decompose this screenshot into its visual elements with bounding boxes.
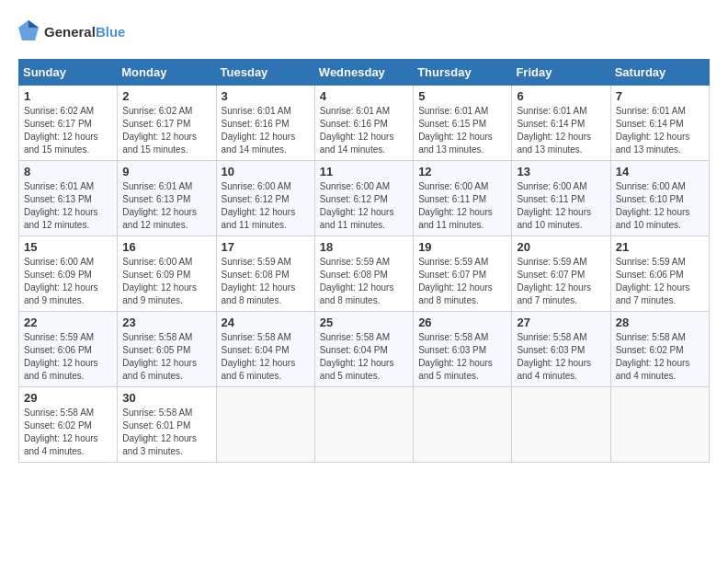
day-cell: 16 Sunrise: 6:00 AM Sunset: 6:09 PM Dayl… [118,236,216,312]
day-number: 29 [24,391,112,405]
day-cell: 11 Sunrise: 6:00 AM Sunset: 6:12 PM Dayl… [314,161,413,236]
day-cell: 8 Sunrise: 6:01 AM Sunset: 6:13 PM Dayli… [19,161,118,236]
day-number: 15 [24,240,112,254]
day-info: Sunrise: 5:59 AM Sunset: 6:08 PM Dayligh… [320,256,408,307]
day-cell: 26 Sunrise: 5:58 AM Sunset: 6:03 PM Dayl… [414,312,512,387]
day-number: 30 [122,391,210,405]
day-cell: 14 Sunrise: 6:00 AM Sunset: 6:10 PM Dayl… [610,161,709,236]
weekday-header-friday: Friday [512,60,610,86]
day-info: Sunrise: 6:02 AM Sunset: 6:17 PM Dayligh… [122,105,210,156]
day-number: 9 [122,165,210,178]
day-cell: 21 Sunrise: 5:59 AM Sunset: 6:06 PM Dayl… [610,236,709,312]
day-number: 19 [418,240,506,254]
day-cell: 30 Sunrise: 5:58 AM Sunset: 6:01 PM Dayl… [118,387,216,463]
day-number: 11 [320,165,408,178]
week-row-3: 15 Sunrise: 6:00 AM Sunset: 6:09 PM Dayl… [19,236,710,312]
day-cell [414,387,512,463]
day-cell: 18 Sunrise: 5:59 AM Sunset: 6:08 PM Dayl… [314,236,413,312]
week-row-2: 8 Sunrise: 6:01 AM Sunset: 6:13 PM Dayli… [19,161,710,236]
day-info: Sunrise: 5:58 AM Sunset: 6:01 PM Dayligh… [122,407,210,458]
day-number: 13 [517,165,605,178]
day-info: Sunrise: 5:58 AM Sunset: 6:02 PM Dayligh… [24,407,112,458]
svg-marker-1 [28,20,39,28]
weekday-header-sunday: Sunday [19,60,118,86]
day-cell: 25 Sunrise: 5:58 AM Sunset: 6:04 PM Dayl… [314,312,413,387]
day-number: 4 [320,89,408,103]
day-info: Sunrise: 6:00 AM Sunset: 6:12 PM Dayligh… [222,180,310,232]
day-cell: 22 Sunrise: 5:59 AM Sunset: 6:06 PM Dayl… [19,312,118,387]
day-number: 26 [418,316,506,329]
day-cell [314,387,413,463]
day-cell: 23 Sunrise: 5:58 AM Sunset: 6:05 PM Dayl… [118,312,216,387]
day-info: Sunrise: 6:00 AM Sunset: 6:09 PM Dayligh… [122,256,210,307]
day-cell: 4 Sunrise: 6:01 AM Sunset: 6:16 PM Dayli… [314,86,413,161]
day-number: 8 [24,165,112,178]
day-info: Sunrise: 5:58 AM Sunset: 6:02 PM Dayligh… [616,331,704,383]
calendar: SundayMondayTuesdayWednesdayThursdayFrid… [18,59,710,463]
day-number: 7 [616,89,704,103]
day-number: 12 [418,165,506,178]
day-number: 2 [122,89,210,103]
day-number: 17 [222,240,310,254]
day-number: 6 [517,89,605,103]
day-cell [512,387,610,463]
day-info: Sunrise: 6:02 AM Sunset: 6:17 PM Dayligh… [24,105,112,156]
day-number: 27 [517,316,605,329]
day-number: 5 [418,89,506,103]
day-info: Sunrise: 6:01 AM Sunset: 6:13 PM Dayligh… [122,180,210,232]
day-info: Sunrise: 5:58 AM Sunset: 6:04 PM Dayligh… [320,331,408,383]
day-number: 25 [320,316,408,329]
day-cell: 7 Sunrise: 6:01 AM Sunset: 6:14 PM Dayli… [610,86,709,161]
weekday-header-saturday: Saturday [610,60,709,86]
day-cell: 20 Sunrise: 5:59 AM Sunset: 6:07 PM Dayl… [512,236,610,312]
weekday-header-row: SundayMondayTuesdayWednesdayThursdayFrid… [19,60,710,86]
week-row-5: 29 Sunrise: 5:58 AM Sunset: 6:02 PM Dayl… [19,387,710,463]
day-cell: 28 Sunrise: 5:58 AM Sunset: 6:02 PM Dayl… [610,312,709,387]
weekday-header-wednesday: Wednesday [314,60,413,86]
day-cell: 12 Sunrise: 6:00 AM Sunset: 6:11 PM Dayl… [414,161,512,236]
day-info: Sunrise: 5:59 AM Sunset: 6:06 PM Dayligh… [24,331,112,383]
day-info: Sunrise: 5:58 AM Sunset: 6:04 PM Dayligh… [222,331,310,383]
day-info: Sunrise: 5:58 AM Sunset: 6:03 PM Dayligh… [517,331,605,383]
week-row-1: 1 Sunrise: 6:02 AM Sunset: 6:17 PM Dayli… [19,86,710,161]
day-number: 18 [320,240,408,254]
day-info: Sunrise: 6:01 AM Sunset: 6:16 PM Dayligh… [320,105,408,156]
day-number: 21 [616,240,704,254]
day-info: Sunrise: 5:59 AM Sunset: 6:08 PM Dayligh… [222,256,310,307]
day-cell: 2 Sunrise: 6:02 AM Sunset: 6:17 PM Dayli… [118,86,216,161]
day-cell: 15 Sunrise: 6:00 AM Sunset: 6:09 PM Dayl… [19,236,118,312]
day-cell: 1 Sunrise: 6:02 AM Sunset: 6:17 PM Dayli… [19,86,118,161]
logo-text: GeneralBlue [44,25,125,39]
day-cell [610,387,709,463]
day-cell: 24 Sunrise: 5:58 AM Sunset: 6:04 PM Dayl… [216,312,314,387]
day-info: Sunrise: 6:00 AM Sunset: 6:11 PM Dayligh… [517,180,605,232]
day-number: 14 [616,165,704,178]
day-number: 3 [222,89,310,103]
day-cell: 19 Sunrise: 5:59 AM Sunset: 6:07 PM Dayl… [414,236,512,312]
day-number: 1 [24,89,112,103]
day-cell: 17 Sunrise: 5:59 AM Sunset: 6:08 PM Dayl… [216,236,314,312]
weekday-header-tuesday: Tuesday [216,60,314,86]
day-info: Sunrise: 6:01 AM Sunset: 6:14 PM Dayligh… [517,105,605,156]
week-row-4: 22 Sunrise: 5:59 AM Sunset: 6:06 PM Dayl… [19,312,710,387]
day-info: Sunrise: 6:01 AM Sunset: 6:15 PM Dayligh… [418,105,506,156]
day-info: Sunrise: 6:00 AM Sunset: 6:11 PM Dayligh… [418,180,506,232]
weekday-header-monday: Monday [118,60,216,86]
day-cell: 6 Sunrise: 6:01 AM Sunset: 6:14 PM Dayli… [512,86,610,161]
day-info: Sunrise: 6:01 AM Sunset: 6:16 PM Dayligh… [222,105,310,156]
day-cell: 10 Sunrise: 6:00 AM Sunset: 6:12 PM Dayl… [216,161,314,236]
day-number: 20 [517,240,605,254]
day-number: 28 [616,316,704,329]
header: GeneralBlue [18,18,710,44]
day-cell: 27 Sunrise: 5:58 AM Sunset: 6:03 PM Dayl… [512,312,610,387]
day-info: Sunrise: 5:58 AM Sunset: 6:03 PM Dayligh… [418,331,506,383]
day-number: 23 [122,316,210,329]
day-number: 16 [122,240,210,254]
day-info: Sunrise: 5:58 AM Sunset: 6:05 PM Dayligh… [122,331,210,383]
weekday-header-thursday: Thursday [414,60,512,86]
logo-icon [18,18,39,44]
day-cell: 29 Sunrise: 5:58 AM Sunset: 6:02 PM Dayl… [19,387,118,463]
day-cell: 9 Sunrise: 6:01 AM Sunset: 6:13 PM Dayli… [118,161,216,236]
day-info: Sunrise: 6:01 AM Sunset: 6:13 PM Dayligh… [24,180,112,232]
day-cell [216,387,314,463]
